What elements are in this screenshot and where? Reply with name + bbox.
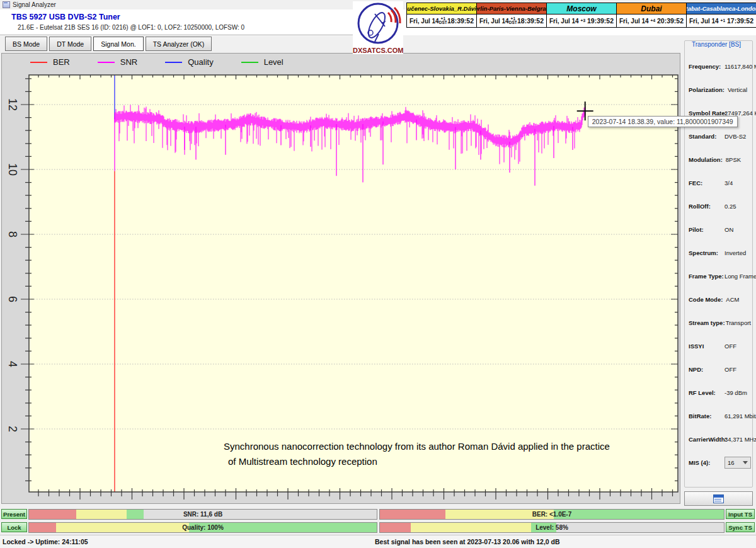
present-indicator[interactable]: Present (1, 509, 27, 519)
legend-item-snr: SNR (98, 57, 137, 67)
transponder-row-value: 8PSK (726, 156, 741, 163)
mis-row: MIS (4):16 (689, 451, 751, 474)
tab-bs-mode[interactable]: BS Mode (5, 37, 47, 51)
transponder-row: NPD:OFF (689, 358, 751, 381)
ber-bar: BER: <1.0E-7 (379, 509, 724, 520)
transponder-row-label: Standard: (689, 133, 721, 140)
sync-ts-indicator[interactable]: Sync TS (726, 522, 755, 532)
lock-indicator[interactable]: Lock (1, 522, 27, 532)
clock-city-name: Berlin-Paris-Vienna-Belgrade (477, 3, 546, 14)
transponder-row-label: RF Level: (689, 389, 721, 396)
transponder-row-value: OFF (724, 366, 736, 373)
transponder-row-value: ACM (726, 296, 739, 303)
legend-item-ber: BER (30, 57, 70, 67)
level-bar-text: Level: 58% (380, 523, 724, 532)
transponder-row-value: 61,291 Mbit/s (724, 413, 756, 420)
cursor-tooltip: 2023-07-14 18.38.39, value: 11,800000190… (588, 116, 738, 127)
clock-cell: Rabat-Casablanca-LondonFri, Jul 14+117:3… (687, 3, 756, 27)
clock-time-row: Fri, Jul 14+117:39:52 (687, 14, 756, 27)
transponder-row-label: CarrierWidth: (689, 436, 721, 443)
clock-time-row: Fri, Jul 14+1DST18:39:52 (407, 14, 476, 27)
tab-signal-mon-[interactable]: Signal Mon. (93, 37, 143, 51)
quality-bar: Quality: 100% (28, 522, 377, 533)
transponder-row-label: BitRate: (689, 413, 721, 420)
transponder-row-value: 34,371 MHz (724, 436, 756, 443)
clock-date: Fri, Jul 14 (689, 18, 719, 25)
status-bar: Locked -> Uptime: 24:11:05 Best signal h… (0, 535, 756, 548)
quality-bar-text: Quality: 100% (29, 523, 377, 532)
snr-bar-text: SNR: 11,6 dB (29, 510, 377, 519)
legend-line-icon (165, 62, 182, 63)
transponder-panel: Transponder [BS] Frequency:11617,840 MHz… (682, 35, 756, 509)
clock-cell: MoscowFri, Jul 14+319:39:52 (547, 3, 617, 27)
chevron-down-icon (743, 461, 748, 464)
transponder-row: Frequency:11617,840 MHz (689, 55, 751, 78)
clock-cell: DubaiFri, Jul 14+420:39:52 (617, 3, 687, 27)
tab-dt-mode[interactable]: DT Mode (49, 37, 91, 51)
transponder-row: Stream type:Transport (689, 311, 751, 334)
transponder-row: RF Level:-39 dBm (689, 381, 751, 404)
chart-annotation: Synchronous nanocorrection technology fr… (224, 439, 610, 469)
transponder-row-value: -39 dBm (724, 389, 747, 396)
clock-utc-offset: +1DST (439, 17, 447, 25)
transponder-row-value: Long Frame (724, 273, 756, 280)
clock-time: 18:39:52 (447, 17, 474, 25)
annotation-line-2: of Multistream technology reception (224, 454, 610, 469)
dxsatcs-logo: DXSATCS.COM (353, 1, 403, 54)
transponder-row-label: Polarization: (689, 86, 724, 93)
status-lock-uptime: Locked -> Uptime: 24:11:05 (3, 538, 88, 545)
transponder-row: FEC:3/4 (689, 171, 751, 195)
mis-select[interactable]: 16 (724, 457, 751, 469)
snr-bar: SNR: 11,6 dB (28, 509, 377, 520)
clock-utc-offset: +1 (721, 19, 725, 23)
clock-city-name: Moscow (547, 3, 616, 14)
transponder-row-value: 0.25 (724, 203, 736, 210)
transponder-row-label: FEC: (689, 180, 721, 186)
transponder-row: Frame Type:Long Frame (689, 265, 751, 288)
transponder-row: RollOff:0.25 (689, 195, 751, 218)
clock-utc-offset: +1DST (509, 17, 517, 25)
input-ts-indicator[interactable]: Input TS (726, 509, 755, 519)
clock-utc-offset: +4 (651, 19, 655, 23)
clock-time-row: Fri, Jul 14+420:39:52 (617, 14, 686, 27)
ber-bar-text: BER: <1.0E-7 (380, 510, 724, 519)
clock-cell: Berlin-Paris-Vienna-BelgradeFri, Jul 14+… (477, 3, 547, 27)
clock-city-name: Lučenec-Slovakia_R.Dávid (407, 3, 476, 14)
transponder-row-label: Frame Type: (689, 273, 721, 280)
transponder-row-value: DVB-S2 (724, 133, 746, 140)
tuning-info: 21.6E - Eutelsat 21B SES 16 (ID: 0216) @… (18, 24, 244, 31)
transponder-groupbox: Transponder [BS] Frequency:11617,840 MHz… (684, 40, 753, 488)
transponder-row-label: Code Mode: (689, 296, 723, 303)
clock-date: Fri, Jul 14 (549, 18, 579, 25)
y-axis-tick-label: 2 (6, 426, 19, 432)
snr-chart[interactable]: 24681012 (2, 54, 680, 503)
transponder-row: BitRate:61,291 Mbit/s (689, 404, 751, 428)
legend-item-level: Level (241, 57, 284, 67)
transponder-row-label: Frequency: (689, 63, 721, 70)
legend-line-icon (98, 62, 115, 63)
chart-legend: BERSNRQualityLevel (30, 57, 284, 67)
transponder-row-value: Inverted (724, 249, 746, 256)
clock-time: 20:39:52 (657, 17, 684, 25)
transponder-row-label: RollOff: (689, 203, 721, 210)
signal-chart-panel: 24681012 BERSNRQualityLevel Synchronous … (1, 53, 680, 504)
legend-label: Level (264, 57, 284, 67)
clock-time-row: Fri, Jul 14+1DST18:39:52 (477, 14, 546, 27)
clock-time: 19:39:52 (587, 17, 614, 25)
y-axis-tick-label: 4 (6, 361, 19, 367)
clock-date: Fri, Jul 14 (410, 18, 439, 25)
tab-ts-analyzer-ok-[interactable]: TS Analyzer (OK) (146, 37, 212, 51)
transponder-row-value: ON (724, 226, 733, 233)
transponder-row: Standard:DVB-S2 (689, 125, 751, 148)
level-bar: Level: 58% (379, 522, 724, 533)
y-axis-tick-label: 6 (6, 296, 19, 302)
status-best-signal: Best signal has been seen at 2023-07-13 … (375, 538, 560, 545)
legend-line-icon (241, 62, 258, 63)
clock-city-name: Rabat-Casablanca-London (687, 3, 756, 14)
clock-date: Fri, Jul 14 (619, 18, 649, 25)
transponder-row-value: Transport (726, 319, 751, 326)
device-title: TBS 5927 USB DVB-S2 Tuner (11, 13, 120, 21)
transponder-row-label: ISSYI (689, 343, 721, 350)
stream-list-button[interactable] (684, 491, 753, 506)
mode-tabs: BS ModeDT ModeSignal Mon.TS Analyzer (OK… (5, 37, 212, 51)
